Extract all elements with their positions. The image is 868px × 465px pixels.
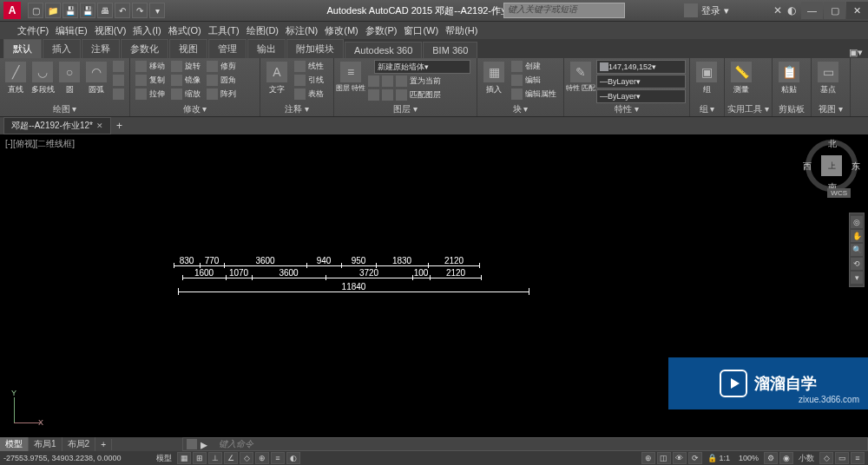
draw-more-2[interactable] <box>111 74 126 87</box>
circle-button[interactable]: ○圆 <box>57 60 82 102</box>
menu-help[interactable]: 帮助(H) <box>445 24 477 37</box>
menu-view[interactable]: 视图(V) <box>95 24 127 37</box>
zoom-level[interactable]: 100% <box>735 454 762 462</box>
drawing-canvas[interactable]: [-][俯视][二维线框] 上 北 南 东 西 WCS ◎ ✋ 🔍 ⟲ ▾ 83… <box>0 134 868 437</box>
polyline-button[interactable]: ◡多段线 <box>30 60 55 102</box>
osnap-toggle[interactable]: ◇ <box>240 452 253 464</box>
edit-block-button[interactable]: 编辑 <box>510 74 558 87</box>
command-line[interactable]: ▸_ 键入命令 <box>182 437 868 451</box>
tab-bim360[interactable]: BIM 360 <box>423 42 477 58</box>
qat-save-icon[interactable]: 💾 <box>62 3 78 18</box>
panel-view-label[interactable]: 视图 ▾ <box>819 103 843 115</box>
panel-block-label[interactable]: 块 ▾ <box>513 103 529 115</box>
array-button[interactable]: 阵列 <box>205 88 238 101</box>
close-button[interactable]: ✕ <box>846 2 868 19</box>
stretch-button[interactable]: 拉伸 <box>134 88 167 101</box>
line-button[interactable]: ╱直线 <box>3 60 28 102</box>
menu-dim[interactable]: 标注(N) <box>286 24 318 37</box>
polar-toggle[interactable]: ∠ <box>224 452 238 464</box>
qp-toggle[interactable]: ◫ <box>657 452 671 464</box>
leader-button[interactable]: 引线 <box>293 74 326 87</box>
anno-auto-toggle[interactable]: ⟳ <box>688 452 702 464</box>
qat-new-icon[interactable]: ▢ <box>28 3 43 18</box>
match-props-button[interactable]: ✎特性 匹配 <box>568 60 594 102</box>
panel-group-label[interactable]: 组 ▾ <box>700 103 715 115</box>
layout-tab-add[interactable]: + <box>95 439 112 450</box>
hw-accel-toggle[interactable]: ◉ <box>779 452 793 464</box>
layout-tab-1[interactable]: 布局1 <box>29 437 62 451</box>
move-button[interactable]: 移动 <box>134 60 167 73</box>
tab-parametric[interactable]: 参数化 <box>121 39 168 58</box>
transparency-toggle[interactable]: ◐ <box>286 452 300 464</box>
tab-annotate[interactable]: 注释 <box>82 39 120 58</box>
linetype-dropdown[interactable]: — ByLayer ▾ <box>596 75 686 88</box>
layout-tab-2[interactable]: 布局2 <box>62 437 96 451</box>
measure-button[interactable]: 📏测量 <box>728 60 754 102</box>
lineweight-dropdown[interactable]: — ByLayer ▾ <box>596 89 686 103</box>
table-button[interactable]: 表格 <box>293 88 326 101</box>
tab-addins[interactable]: 附加模块 <box>286 39 344 58</box>
wcs-label[interactable]: WCS <box>827 188 851 198</box>
tab-insert[interactable]: 插入 <box>43 39 81 58</box>
linear-dim-button[interactable]: 线性 <box>293 60 326 73</box>
create-block-button[interactable]: 创建 <box>510 60 558 73</box>
a360-icon[interactable]: ◐ <box>787 4 796 16</box>
otrack-toggle[interactable]: ⊕ <box>255 452 269 464</box>
new-file-tab-button[interactable]: + <box>111 120 128 132</box>
help-search-input[interactable]: 键入关键字或短语 <box>503 3 625 18</box>
draw-more-1[interactable] <box>111 60 126 73</box>
menu-param[interactable]: 参数(P) <box>365 24 398 37</box>
layer-props-button[interactable]: ≡图层 特性 <box>338 60 364 102</box>
lwt-toggle[interactable]: ≡ <box>271 452 285 464</box>
grid-toggle[interactable]: ▦ <box>177 452 191 464</box>
maximize-button[interactable]: ▢ <box>824 2 845 19</box>
isolate-toggle[interactable]: ◇ <box>819 452 833 464</box>
file-tab-close-icon[interactable]: ✕ <box>96 121 103 130</box>
base-button[interactable]: ▭基点 <box>815 60 841 102</box>
draw-more-3[interactable] <box>111 88 126 101</box>
tab-manage[interactable]: 管理 <box>208 39 247 58</box>
qat-dropdown-icon[interactable]: ▾ <box>149 3 165 18</box>
anno-monitor-toggle[interactable]: 👁 <box>673 452 687 464</box>
edit-attr-button[interactable]: 编辑属性 <box>510 88 558 101</box>
viewport-label[interactable]: [-][俯视][二维线框] <box>5 138 75 150</box>
menu-draw[interactable]: 绘图(D) <box>247 24 279 37</box>
coords-display[interactable]: -27553.9755, 34903.2238, 0.0000 <box>3 454 151 462</box>
panel-modify-label[interactable]: 修改 ▾ <box>183 103 207 115</box>
text-button[interactable]: A文字 <box>264 60 290 102</box>
insert-block-button[interactable]: ▦插入 <box>481 60 507 102</box>
layer-dropdown[interactable]: 新建原始墙体 ▾ <box>374 60 470 74</box>
scale-button[interactable]: 缩放 <box>169 88 202 101</box>
nav-wheel-icon[interactable]: ◎ <box>851 216 863 228</box>
tab-default[interactable]: 默认 <box>3 39 42 58</box>
panel-layer-label[interactable]: 图层 ▾ <box>393 103 418 115</box>
panel-draw-label[interactable]: 绘图 ▾ <box>53 103 77 115</box>
group-button[interactable]: ▣组 <box>694 60 720 102</box>
customize-toggle[interactable]: ≡ <box>851 452 865 464</box>
tab-a360[interactable]: Autodesk 360 <box>345 42 422 58</box>
sc-toggle[interactable]: ⊕ <box>641 452 655 464</box>
mirror-button[interactable]: 镜像 <box>169 74 202 87</box>
app-logo[interactable]: A <box>3 2 21 19</box>
panel-props-label[interactable]: 特性 ▾ <box>615 103 639 115</box>
user-login[interactable]: 登录 ▾ <box>684 3 729 17</box>
panel-clip-label[interactable]: 剪贴板 <box>779 103 805 115</box>
menu-format[interactable]: 格式(O) <box>168 24 201 37</box>
qat-undo-icon[interactable]: ↶ <box>115 3 130 18</box>
units-display[interactable]: 小数 <box>795 453 818 464</box>
menu-file[interactable]: 文件(F) <box>17 24 49 37</box>
qat-saveas-icon[interactable]: 💾 <box>80 3 95 18</box>
minimize-button[interactable]: — <box>801 2 823 19</box>
clean-screen-toggle[interactable]: ▭ <box>835 452 849 464</box>
file-tab[interactable]: 邓超--A2192-作业12* ✕ <box>3 117 111 134</box>
copy-button[interactable]: 复制 <box>134 74 167 87</box>
anno-scale[interactable]: 🔒 1:1 <box>704 454 733 462</box>
tab-view[interactable]: 视图 <box>169 39 207 58</box>
tab-output[interactable]: 输出 <box>247 39 286 58</box>
nav-zoom-icon[interactable]: 🔍 <box>851 244 863 256</box>
panel-annot-label[interactable]: 注释 ▾ <box>285 103 309 115</box>
menu-window[interactable]: 窗口(W) <box>404 24 438 37</box>
ortho-toggle[interactable]: ⊥ <box>208 452 222 464</box>
make-current-button[interactable]: 置为当前 <box>366 75 470 88</box>
rotate-button[interactable]: 旋转 <box>169 60 202 73</box>
